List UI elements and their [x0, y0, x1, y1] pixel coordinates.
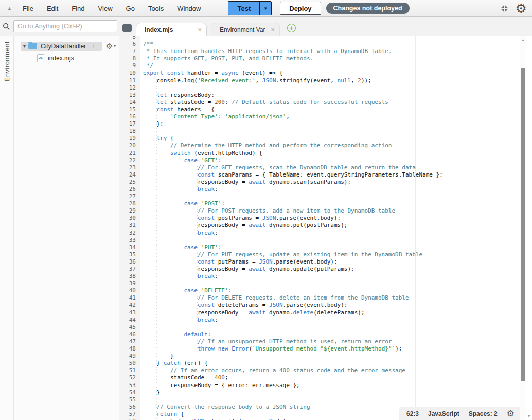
code-line[interactable]: /** — [143, 41, 520, 48]
test-button-label[interactable]: Test — [228, 2, 259, 15]
code-line[interactable]: * This function handles HTTP requests to… — [143, 48, 520, 55]
tree-item-index-mjs[interactable]: <> index.mjs — [37, 54, 119, 63]
code-line[interactable]: const headers = { — [143, 106, 520, 113]
collapse-menubar-icon[interactable]: ▲ — [7, 6, 12, 11]
vertical-scrollbar[interactable]: ▲ — [520, 36, 526, 420]
line-number[interactable]: 12 — [119, 84, 140, 92]
menu-tools[interactable]: Tools — [141, 5, 170, 12]
editor-settings-gear-icon[interactable]: ⚙ — [507, 409, 515, 418]
code-line[interactable] — [143, 396, 520, 404]
close-tab-icon[interactable]: × — [198, 26, 202, 33]
code-line[interactable]: }; — [143, 120, 520, 128]
line-number[interactable]: 25 — [119, 179, 140, 186]
code-line[interactable]: break; — [143, 317, 520, 324]
code-line[interactable]: } catch (err) { — [143, 360, 520, 367]
code-line[interactable]: responseBody = await dynamo.put(postPara… — [143, 222, 520, 229]
menu-window[interactable]: Window — [170, 5, 207, 12]
menu-edit[interactable]: Edit — [40, 5, 65, 12]
line-number[interactable]: 55 — [119, 396, 140, 404]
line-number[interactable]: 56 — [119, 404, 140, 411]
new-tab-plus-icon[interactable]: + — [287, 24, 296, 32]
line-number[interactable]: 42 — [119, 302, 140, 309]
code-line[interactable]: break; — [143, 273, 520, 280]
code-line[interactable] — [143, 324, 520, 331]
code-line[interactable]: * It supports GET, POST, PUT, and DELETE… — [143, 55, 520, 62]
indentation-setting[interactable]: Spaces: 2 — [469, 410, 498, 417]
line-number[interactable]: 51 — [119, 367, 140, 374]
line-number[interactable]: 20 — [119, 142, 140, 149]
test-dropdown-caret-icon[interactable]: ▼ — [259, 2, 271, 15]
line-number[interactable]: 24 — [119, 171, 140, 179]
code-line[interactable]: case 'DELETE': — [143, 287, 520, 294]
shrink-panes-icon[interactable] — [500, 4, 509, 13]
code-line[interactable]: case 'POST': — [143, 200, 520, 207]
line-number[interactable]: 11 — [119, 77, 140, 84]
line-number[interactable]: 5 — [119, 36, 140, 41]
code-line[interactable]: // For PUT requests, update an existing … — [143, 251, 520, 258]
line-number[interactable]: 58 — [119, 418, 140, 420]
line-number[interactable]: 29 — [119, 207, 140, 215]
line-number[interactable]: 15 — [119, 106, 140, 113]
code-line[interactable]: switch (event.httpMethod) { — [143, 150, 520, 157]
code-line[interactable]: responseBody = await dynamo.update(putPa… — [143, 266, 520, 273]
code-line[interactable]: const deleteParams = JSON.parse(event.bo… — [143, 302, 520, 309]
code-line[interactable] — [143, 36, 520, 41]
code-line[interactable]: let statusCode = 200; // Default status … — [143, 99, 520, 106]
line-number[interactable]: 7 — [119, 48, 140, 55]
code-line[interactable]: case 'PUT': — [143, 244, 520, 251]
code-line[interactable]: case 'GET': — [143, 157, 520, 164]
line-number[interactable]: 30 — [119, 215, 140, 222]
code-line[interactable]: const postParams = JSON.parse(event.body… — [143, 215, 520, 222]
line-number[interactable]: 39 — [119, 280, 140, 287]
code-lines[interactable]: /** * This function handles HTTP request… — [143, 36, 520, 420]
line-number[interactable]: 22 — [119, 157, 140, 164]
code-line[interactable]: } — [143, 389, 520, 396]
tree-item-citydatahandler[interactable]: ▾ CityDataHandler - / — [21, 42, 102, 51]
line-number[interactable]: 33 — [119, 237, 140, 244]
line-number[interactable]: 57 — [119, 411, 140, 418]
line-number[interactable]: 19 — [119, 135, 140, 142]
code-line[interactable]: break; — [143, 230, 520, 237]
line-number[interactable]: 54 — [119, 389, 140, 396]
line-number[interactable]: 18 — [119, 128, 140, 135]
code-line[interactable]: // For POST requests, add a new item to … — [143, 207, 520, 215]
line-number[interactable]: 14 — [119, 99, 140, 106]
code-line[interactable]: export const handler = async (event) => … — [143, 69, 520, 77]
environment-strip[interactable]: Environment — [0, 36, 14, 420]
code-line[interactable]: // For GET requests, scan the DynamoDB t… — [143, 164, 520, 171]
line-number[interactable]: 9 — [119, 62, 140, 69]
code-line[interactable]: default: — [143, 331, 520, 338]
code-line[interactable]: responseBody = { error: err.message }; — [143, 382, 520, 389]
disclosure-triangle-icon[interactable]: ▾ — [23, 43, 26, 49]
code-line[interactable]: 'Content-Type': 'application/json', — [143, 113, 520, 120]
scrollbar-thumb[interactable] — [521, 68, 525, 381]
code-line[interactable]: break; — [143, 186, 520, 193]
line-number[interactable]: 27 — [119, 193, 140, 200]
line-number[interactable]: 21 — [119, 150, 140, 157]
line-number[interactable]: 48 — [119, 345, 140, 353]
line-number[interactable]: 49 — [119, 353, 140, 360]
code-editor[interactable]: 5678910111213141516171819202122232425262… — [119, 36, 532, 420]
code-line[interactable] — [143, 128, 520, 135]
line-number[interactable]: 26 — [119, 186, 140, 193]
line-number[interactable]: 37 — [119, 266, 140, 273]
settings-gear-icon[interactable]: ⚙ — [516, 2, 527, 15]
code-line[interactable]: statusCode = 400; — [143, 374, 520, 381]
line-number[interactable]: 31 — [119, 222, 140, 229]
language-mode[interactable]: JavaScript — [428, 410, 459, 417]
code-line[interactable]: */ — [143, 62, 520, 69]
line-number[interactable]: 13 — [119, 92, 140, 99]
code-line[interactable]: responseBody = await dynamo.scan(scanPar… — [143, 179, 520, 186]
tree-settings-gear-icon[interactable]: ⚙ ▾ — [106, 42, 116, 51]
line-number[interactable]: 47 — [119, 338, 140, 345]
line-number[interactable]: 52 — [119, 374, 140, 381]
code-line[interactable]: const putParams = JSON.parse(event.body)… — [143, 258, 520, 266]
menu-view[interactable]: View — [92, 5, 119, 12]
code-line[interactable] — [143, 280, 520, 287]
line-number[interactable]: 40 — [119, 287, 140, 294]
code-line[interactable]: // If an unsupported HTTP method is used… — [143, 338, 520, 345]
line-number[interactable]: 46 — [119, 331, 140, 338]
code-line[interactable]: console.log('Received event:', JSON.stri… — [143, 77, 520, 84]
code-line[interactable] — [143, 84, 520, 92]
test-button[interactable]: Test ▼ — [228, 1, 272, 15]
